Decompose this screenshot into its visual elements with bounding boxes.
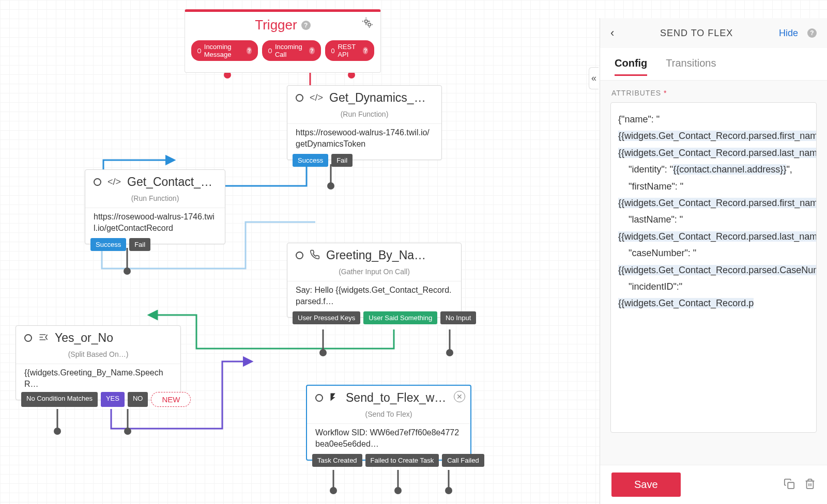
split-icon (38, 332, 49, 344)
widget-subtitle: (Split Based On…) (16, 348, 180, 364)
widget-greeting[interactable]: Greeting_By_Na… (Gather Input On Call) S… (287, 243, 462, 318)
new-condition-button[interactable]: NEW (151, 392, 191, 407)
tab-transitions[interactable]: Transitions (666, 52, 716, 76)
output-success[interactable]: Success (293, 154, 328, 167)
attributes-label: ATTRIBUTES * (600, 81, 827, 102)
widget-title: Greeting_By_Na… (326, 248, 426, 262)
svg-point-7 (124, 428, 131, 435)
output-fail[interactable]: Fail (331, 154, 353, 167)
output-failed-create[interactable]: Failed to Create Task (365, 454, 439, 467)
svg-point-8 (330, 487, 337, 494)
widget-yes-or-no[interactable]: Yes_or_No (Split Based On…) {{widgets.Gr… (16, 325, 181, 400)
output-no[interactable]: NO (128, 392, 148, 407)
widget-get-dynamics[interactable]: </> Get_Dynamics_… (Run Function) https:… (287, 85, 442, 160)
attributes-textarea[interactable]: {"name": "{{widgets.Get_Contact_Record.p… (610, 102, 817, 433)
widget-subtitle: (Run Function) (287, 108, 441, 123)
svg-point-3 (124, 267, 131, 275)
input-node[interactable] (296, 251, 303, 259)
svg-point-5 (446, 349, 453, 356)
svg-point-10 (445, 487, 452, 494)
pill-incoming-message[interactable]: Incoming Message? (191, 40, 258, 61)
required-star: * (664, 89, 667, 97)
duplicate-icon[interactable] (784, 478, 795, 492)
output-no-match[interactable]: No Condition Matches (21, 392, 98, 407)
widget-title: Get_Contact_Re… (127, 175, 217, 189)
panel-tabs: Config Transitions (600, 48, 827, 81)
label-text: ATTRIBUTES (611, 89, 661, 97)
output-success[interactable]: Success (90, 238, 126, 251)
pill-label: REST API (338, 43, 359, 58)
output-user-pressed[interactable]: User Pressed Keys (293, 311, 360, 324)
flex-icon (329, 392, 340, 404)
widget-get-contact[interactable]: </> Get_Contact_Re… (Run Function) https… (85, 169, 225, 244)
svg-point-9 (394, 487, 402, 494)
phone-icon (310, 249, 320, 262)
help-icon[interactable]: ? (301, 21, 311, 30)
output-yes[interactable]: YES (101, 392, 125, 407)
widget-title: Yes_or_No (55, 331, 113, 345)
svg-rect-13 (788, 482, 794, 489)
widget-subtitle: (Gather Input On Call) (287, 265, 461, 281)
pill-rest-api[interactable]: REST API? (325, 40, 374, 61)
svg-point-6 (54, 428, 61, 435)
output-task-created[interactable]: Task Created (312, 454, 362, 467)
trigger-title: Trigger (255, 17, 297, 33)
output-no-input[interactable]: No Input (440, 311, 476, 324)
output-user-said[interactable]: User Said Something (363, 311, 437, 324)
input-node[interactable] (94, 178, 101, 186)
widget-title: Send_to_Flex_w… (346, 391, 446, 405)
widget-subtitle: (Send To Flex) (307, 408, 470, 423)
input-node[interactable] (296, 94, 303, 102)
widget-subtitle: (Run Function) (85, 192, 225, 208)
tab-config[interactable]: Config (615, 52, 647, 76)
delete-icon[interactable] (804, 478, 816, 492)
input-node[interactable] (24, 334, 32, 342)
config-panel: « ‹ SEND TO FLEX Hide ? Config Transitio… (600, 18, 827, 504)
svg-point-2 (327, 182, 334, 190)
help-icon[interactable]: ? (807, 28, 817, 38)
svg-point-11 (365, 20, 368, 23)
save-button[interactable]: Save (611, 472, 681, 497)
input-node[interactable] (315, 394, 323, 402)
gear-icon[interactable] (362, 17, 373, 30)
svg-point-12 (368, 23, 371, 26)
pill-label: Incoming Message (204, 43, 242, 58)
close-icon[interactable]: ✕ (454, 391, 465, 402)
output-call-failed[interactable]: Call Failed (442, 454, 484, 467)
code-icon: </> (108, 177, 121, 187)
code-icon: </> (310, 92, 323, 103)
hide-button[interactable]: Hide (779, 28, 798, 39)
pill-label: Incoming Call (275, 43, 305, 58)
widget-title: Get_Dynamics_… (329, 91, 426, 105)
pill-incoming-call[interactable]: Incoming Call? (262, 40, 321, 61)
collapse-panel-button[interactable]: « (589, 67, 599, 89)
panel-title: SEND TO FLEX (620, 28, 773, 39)
back-button[interactable]: ‹ (610, 26, 614, 40)
widget-send-to-flex[interactable]: ✕ Send_to_Flex_w… (Send To Flex) Workflo… (306, 385, 471, 461)
trigger-widget[interactable]: Trigger ? Incoming Message? Incoming Cal… (185, 9, 381, 73)
svg-point-4 (319, 349, 327, 356)
output-fail[interactable]: Fail (129, 238, 150, 251)
trigger-pills: Incoming Message? Incoming Call? REST AP… (185, 40, 380, 61)
